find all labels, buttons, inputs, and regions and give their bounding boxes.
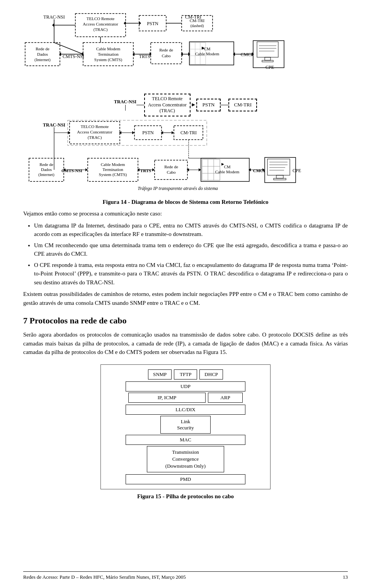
svg-text:CPE: CPE (293, 168, 301, 173)
svg-rect-122 (274, 178, 286, 180)
svg-marker-86 (85, 168, 88, 171)
svg-text:Dados: Dados (41, 167, 52, 172)
proto-dhcp: DHCP (199, 369, 223, 379)
svg-marker-101 (187, 168, 189, 171)
bullet-item-3: O CPE responde à trama, esta resposta en… (34, 261, 348, 287)
svg-text:Dados: Dados (37, 52, 48, 56)
svg-text:Cable Modem: Cable Modem (96, 46, 121, 51)
fig15-diagram: SNMP TFTP DHCP UDP IP, ICMP ARP LLC/DIX … (100, 364, 271, 490)
telco-box: TELCO Remote Access Concentrator (TRAC) (144, 94, 191, 116)
svg-text:(dashed): (dashed) (191, 24, 204, 28)
proto-link-security: LinkSecurity (160, 416, 211, 434)
svg-text:TELCO Remote: TELCO Remote (81, 124, 109, 129)
svg-text:Termination: Termination (98, 52, 119, 56)
fig14-diagram: TRAC-NSI TELCO Remote Access Concentrato… (23, 12, 348, 93)
svg-marker-41 (52, 23, 54, 27)
svg-rect-31 (257, 42, 278, 57)
svg-rect-32 (265, 57, 271, 60)
proto-tftp: TFTP (174, 369, 197, 379)
footer-page-number: 13 (343, 574, 348, 580)
svg-text:CM: CM (224, 164, 230, 169)
svg-text:System (CMTS): System (CMTS) (99, 172, 127, 177)
svg-text:TELCO Remote: TELCO Remote (87, 16, 115, 21)
footer-left: Redes de Acesso: Parte D – Redes HFC, Má… (23, 574, 186, 580)
svg-marker-72 (119, 131, 121, 134)
proto-udp: UDP (126, 381, 245, 391)
svg-text:System (CMTS): System (CMTS) (94, 57, 123, 62)
svg-text:Rede de: Rede de (39, 162, 53, 167)
fig15-caption: Figura 15 - Pilha de protocolos no cabo (137, 493, 234, 500)
fig15-wrapper: SNMP TFTP DHCP UDP IP, ICMP ARP LLC/DIX … (23, 364, 348, 500)
svg-text:Cable Modem: Cable Modem (215, 169, 240, 174)
svg-text:TRTS: TRTS (140, 168, 151, 173)
svg-text:Cable Modem: Cable Modem (101, 162, 125, 167)
svg-text:Cabo: Cabo (167, 170, 176, 174)
svg-rect-30 (253, 41, 284, 68)
svg-rect-116 (267, 159, 290, 175)
svg-text:(TRAC): (TRAC) (94, 27, 108, 32)
trac-nsi-label: TRAC-NSI (43, 14, 65, 20)
fig14-clean-diagram: TRAC-NSI TELCO Remote Access Concentrato… (23, 120, 348, 197)
svg-text:(TRAC): (TRAC) (88, 135, 102, 140)
svg-text:CM-TRI: CM-TRI (180, 130, 197, 135)
proto-transmission-convergence: TransmissionConvergence(Downstream Only) (147, 446, 224, 473)
svg-marker-94 (152, 168, 155, 171)
svg-text:CMTS-NSI: CMTS-NSI (63, 54, 84, 59)
svg-marker-95 (137, 168, 140, 171)
svg-text:Tráfego IP transparente atravé: Tráfego IP transparente através do siste… (138, 186, 218, 191)
page-footer: Redes de Acesso: Parte D – Redes HFC, Má… (23, 571, 348, 580)
intro-text: Vejamos então como se processa a comunic… (23, 209, 348, 218)
svg-text:Access Concentrator: Access Concentrator (77, 130, 112, 134)
svg-rect-115 (265, 157, 296, 183)
proto-arp: ARP (208, 393, 243, 403)
svg-line-39 (54, 43, 83, 54)
svg-marker-114 (248, 168, 251, 171)
svg-text:PSTN: PSTN (147, 21, 158, 26)
svg-rect-121 (276, 175, 283, 178)
svg-text:Rede de: Rede de (36, 46, 49, 51)
svg-text:Cabo: Cabo (162, 53, 171, 58)
proto-top-row: SNMP TFTP DHCP (148, 369, 223, 379)
proto-pmd: PMD (126, 474, 245, 484)
svg-rect-33 (262, 60, 273, 62)
svg-text:CPE: CPE (265, 65, 274, 70)
bullet-item-2: Um CM reconhecendo que uma determinada t… (34, 241, 348, 258)
svg-marker-76 (172, 131, 174, 134)
fig14-caption: Figura 14 - Diagrama de blocos de Sistem… (23, 198, 348, 207)
pstn-box: PSTN (196, 99, 221, 111)
bullet-list: Um datagrama IP da Internet, destinado p… (34, 221, 348, 287)
svg-text:Rede de: Rede de (164, 164, 178, 169)
svg-text:(Internet): (Internet) (38, 172, 54, 177)
extra-para: Existem outras possibilidades de caminho… (23, 290, 348, 307)
svg-text:CMCI: CMCI (241, 52, 253, 57)
bullet-item-1: Um datagrama IP da Internet, destinado p… (34, 221, 348, 239)
trac-nsi-top: TRAC-NSI (114, 99, 136, 105)
cm-tri-box: CM-TRI (228, 99, 257, 111)
svg-text:Cable Modem: Cable Modem (195, 51, 220, 56)
svg-text:TRAC-NSI: TRAC-NSI (43, 122, 65, 128)
fig14-container: TRAC-NSI TELCO Remote Access Concentrato… (23, 12, 348, 117)
svg-text:(Internet): (Internet) (34, 57, 51, 62)
svg-text:Termination: Termination (102, 167, 123, 172)
svg-text:Access Concentrator: Access Concentrator (83, 22, 118, 26)
svg-text:TRTS: TRTS (139, 54, 150, 59)
svg-marker-77 (161, 131, 163, 134)
svg-text:CM-TRI: CM-TRI (190, 18, 205, 23)
svg-text:PSTN: PSTN (142, 130, 154, 135)
proto-ip-icmp: IP, ICMP (128, 393, 206, 403)
proto-mac: MAC (126, 435, 245, 445)
svg-text:CM: CM (204, 46, 210, 51)
section7-para1: Serão agora abordados os protocolos de c… (23, 330, 348, 357)
proto-llc: LLC/DIX (126, 405, 245, 415)
svg-marker-69 (68, 131, 70, 134)
svg-marker-44 (124, 21, 126, 25)
svg-text:Rede de: Rede de (159, 48, 173, 52)
proto-snmp: SNMP (148, 369, 172, 379)
svg-marker-43 (139, 21, 141, 25)
section7-heading: 7 Protocolos na rede de cabo (23, 316, 126, 325)
svg-marker-71 (132, 131, 134, 134)
proto-ip-row: IP, ICMP ARP (128, 393, 243, 403)
svg-marker-100 (199, 168, 201, 171)
